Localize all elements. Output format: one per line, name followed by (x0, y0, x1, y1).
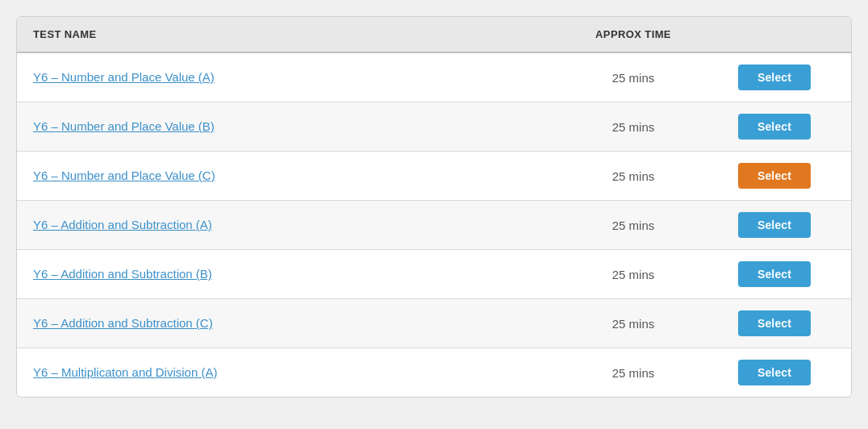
select-button[interactable]: Select (738, 163, 811, 189)
select-button[interactable]: Select (738, 310, 811, 336)
approx-time-cell: 25 mins (553, 219, 714, 232)
table-row: Y6 – Number and Place Value (C)25 minsSe… (17, 152, 851, 201)
test-name-cell: Y6 – Multiplicaton and Division (A) (33, 365, 553, 380)
test-name-cell: Y6 – Addition and Subtraction (B) (33, 267, 553, 281)
table-row: Y6 – Number and Place Value (B)25 minsSe… (17, 102, 851, 152)
select-button[interactable]: Select (738, 212, 811, 238)
test-name-cell: Y6 – Number and Place Value (C) (33, 169, 553, 183)
test-name-link[interactable]: Y6 – Addition and Subtraction (C) (33, 316, 213, 330)
test-name-link[interactable]: Y6 – Number and Place Value (C) (33, 169, 215, 182)
approx-time-cell: 25 mins (553, 268, 714, 281)
test-name-link[interactable]: Y6 – Number and Place Value (A) (33, 70, 215, 84)
select-btn-cell: Select (714, 114, 835, 140)
table-row: Y6 – Multiplicaton and Division (A)25 mi… (17, 348, 851, 397)
select-button[interactable]: Select (738, 360, 811, 385)
action-header (714, 28, 835, 40)
table-header: TEST NAME APPROX TIME (17, 17, 851, 53)
test-name-link[interactable]: Y6 – Addition and Subtraction (B) (33, 267, 212, 281)
test-name-cell: Y6 – Number and Place Value (A) (33, 70, 553, 85)
test-name-cell: Y6 – Number and Place Value (B) (33, 119, 553, 134)
approx-time-cell: 25 mins (553, 317, 714, 331)
test-name-link[interactable]: Y6 – Addition and Subtraction (A) (33, 218, 212, 231)
table-row: Y6 – Addition and Subtraction (B)25 mins… (17, 250, 851, 299)
test-name-link[interactable]: Y6 – Multiplicaton and Division (A) (33, 365, 217, 379)
approx-time-cell: 25 mins (553, 120, 714, 134)
select-btn-cell: Select (714, 261, 835, 287)
table-row: Y6 – Addition and Subtraction (A)25 mins… (17, 201, 851, 250)
approx-time-cell: 25 mins (553, 169, 714, 183)
select-button[interactable]: Select (738, 261, 811, 287)
select-btn-cell: Select (714, 360, 835, 385)
select-btn-cell: Select (714, 310, 835, 336)
table-row: Y6 – Addition and Subtraction (C)25 mins… (17, 299, 851, 348)
test-name-cell: Y6 – Addition and Subtraction (A) (33, 218, 553, 232)
approx-time-cell: 25 mins (553, 71, 714, 85)
table-row: Y6 – Number and Place Value (A)25 minsSe… (17, 53, 851, 102)
select-btn-cell: Select (714, 163, 835, 189)
approx-time-cell: 25 mins (553, 366, 714, 380)
table-body: Y6 – Number and Place Value (A)25 minsSe… (17, 53, 851, 397)
test-name-link[interactable]: Y6 – Number and Place Value (B) (33, 119, 215, 133)
test-name-cell: Y6 – Addition and Subtraction (C) (33, 316, 553, 331)
tests-table: TEST NAME APPROX TIME Y6 – Number and Pl… (16, 16, 852, 398)
select-button[interactable]: Select (738, 65, 811, 90)
test-name-header: TEST NAME (33, 28, 553, 40)
select-btn-cell: Select (714, 65, 835, 90)
approx-time-header: APPROX TIME (553, 28, 714, 40)
select-btn-cell: Select (714, 212, 835, 238)
select-button[interactable]: Select (738, 114, 811, 140)
